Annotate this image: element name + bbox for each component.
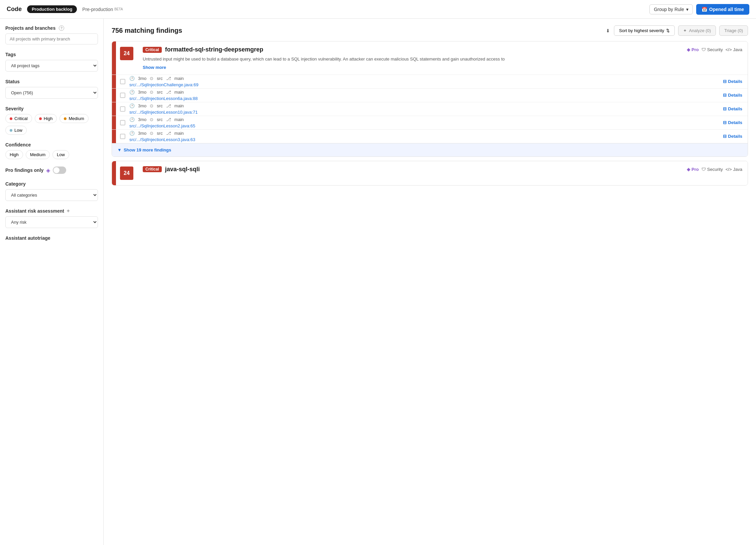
sort-chevron-icon: ⇅ — [666, 28, 670, 33]
finding-checkbox-1-5[interactable] — [120, 134, 125, 139]
branch-icon-1-2: ⎇ — [166, 90, 171, 95]
rule-count-1: 24 — [120, 47, 133, 60]
clock-icon-1-5: 🕐 — [129, 131, 135, 136]
severity-title: Severity — [5, 106, 98, 111]
opened-label: Opened all time — [709, 7, 744, 12]
finding-bar-1-2 — [112, 89, 116, 102]
github-icon-1-5: ⊙ — [150, 131, 153, 136]
shield-icon-2: 🛡 — [702, 167, 706, 172]
analyze-button[interactable]: ✦ Analyze (0) — [678, 25, 716, 36]
status-section: Status Open (756) — [5, 79, 98, 99]
pro-tag-1: ◈ Pro — [687, 47, 699, 52]
java-tag-2: </> Java — [726, 167, 742, 172]
category-select[interactable]: All categories — [5, 189, 98, 201]
rule-name-2[interactable]: java-sql-sqli — [165, 166, 200, 173]
details-icon-1-4: ⊟ — [723, 120, 727, 125]
finding-row-1-3: 🕐 3mo ⊙ src ⎇ main src/.../SqlInjectionL… — [112, 102, 748, 116]
confidence-medium-button[interactable]: Medium — [26, 150, 50, 159]
details-icon-1-3: ⊟ — [723, 106, 727, 111]
clock-icon-1-2: 🕐 — [129, 90, 135, 95]
finding-path-1-3[interactable]: src/.../SqlInjectionLesson10.java:71 — [129, 110, 718, 115]
confidence-title: Confidence — [5, 142, 98, 147]
details-button-1-3[interactable]: ⊟ Details — [718, 103, 748, 115]
assistant-risk-select[interactable]: Any risk — [5, 216, 98, 228]
finding-path-1-1[interactable]: src/.../SqlInjectionChallenge.java:69 — [129, 82, 718, 87]
category-section: Category All categories — [5, 181, 98, 201]
group-by-label: Group by Rule — [654, 7, 684, 12]
severity-bar-2 — [112, 161, 116, 185]
pro-diamond-icon: ◈ — [46, 167, 50, 174]
details-button-1-4[interactable]: ⊟ Details — [718, 117, 748, 128]
projects-section: Projects and branches ? — [5, 25, 98, 44]
rule-group-1-header: 24 Critical formatted-sql-string-deepsem… — [112, 41, 748, 75]
app-logo: Code — [7, 6, 22, 13]
triage-label: Triage (0) — [724, 28, 743, 33]
github-icon-1-1: ⊙ — [150, 76, 153, 81]
details-button-1-5[interactable]: ⊟ Details — [718, 130, 748, 142]
finding-meta-1-3: 🕐 3mo ⊙ src ⎇ main — [129, 103, 718, 108]
finding-checkbox-1-1[interactable] — [120, 79, 125, 84]
severity-critical-button[interactable]: Critical — [5, 114, 32, 123]
confidence-high-button[interactable]: High — [5, 150, 23, 159]
confidence-low-button[interactable]: Low — [52, 150, 69, 159]
finding-checkbox-1-4[interactable] — [120, 120, 125, 125]
group-by-dropdown[interactable]: Group by Rule ▾ — [649, 4, 692, 14]
download-icon[interactable]: ⬇ — [606, 28, 610, 33]
sidebar: Projects and branches ? Tags All project… — [0, 19, 104, 545]
severity-low-button[interactable]: Low — [5, 126, 27, 135]
tags-select[interactable]: All project tags — [5, 60, 98, 72]
rule-count-2: 24 — [120, 167, 133, 180]
medium-dot — [64, 117, 67, 120]
severity-critical-label: Critical — [14, 116, 28, 121]
details-button-1-2[interactable]: ⊟ Details — [718, 89, 748, 101]
finding-path-1-2[interactable]: src/.../SqlInjectionLesson6a.java:88 — [129, 96, 718, 101]
severity-section: Severity Critical High Medium Low — [5, 106, 98, 135]
finding-checkbox-1-3[interactable] — [120, 106, 125, 112]
show-more-findings-link-1[interactable]: ▼ Show 19 more findings — [117, 147, 171, 152]
rule-name-1[interactable]: formatted-sql-string-deepsemgrep — [165, 46, 263, 53]
github-icon-1-4: ⊙ — [150, 117, 153, 122]
category-title: Category — [5, 181, 98, 187]
details-button-1-1[interactable]: ⊟ Details — [718, 76, 748, 87]
sparkles-analyze-icon: ✦ — [683, 28, 687, 33]
branch-icon-1-5: ⎇ — [166, 131, 171, 136]
branch-icon-1-4: ⎇ — [166, 117, 171, 122]
low-dot — [10, 129, 12, 132]
github-icon-1-2: ⊙ — [150, 90, 153, 95]
finding-meta-1-1: 🕐 3mo ⊙ src ⎇ main — [129, 76, 718, 81]
finding-row-1-2: 🕐 3mo ⊙ src ⎇ main src/.../SqlInjectionL… — [112, 88, 748, 102]
projects-input[interactable] — [5, 33, 98, 44]
sort-button[interactable]: Sort by highest severity ⇅ — [614, 25, 675, 36]
production-backlog-badge[interactable]: Production backlog — [27, 5, 77, 13]
pro-findings-toggle[interactable] — [53, 167, 66, 174]
assistant-autotriage-section: Assistant autotriage — [5, 235, 98, 241]
severity-high-button[interactable]: High — [35, 114, 57, 123]
calendar-icon: 📅 — [702, 7, 707, 12]
finding-path-1-5[interactable]: src/.../SqlInjectionLesson3.java:63 — [129, 137, 718, 142]
show-more-link-1[interactable]: Show more — [143, 65, 166, 70]
triage-button[interactable]: Triage (0) — [719, 25, 748, 36]
pro-tag-2: ◈ Pro — [687, 167, 699, 172]
finding-bar-1-1 — [112, 75, 116, 88]
severity-high-label: High — [44, 116, 53, 121]
rule-content-2: Critical java-sql-sqli ◈ Pro 🛡 Security — [137, 161, 748, 180]
finding-path-1-4[interactable]: src/.../SqlInjectionLesson2.java:65 — [129, 123, 718, 128]
info-icon[interactable]: ? — [59, 25, 64, 31]
security-tag-2: 🛡 Security — [702, 167, 723, 172]
finding-checkbox-1-2[interactable] — [120, 93, 125, 98]
code-icon-1: </> — [726, 47, 732, 52]
rule-group-2: 24 Critical java-sql-sqli ◈ Pro — [112, 161, 748, 186]
severity-medium-button[interactable]: Medium — [59, 114, 88, 123]
rule-group-2-header: 24 Critical java-sql-sqli ◈ Pro — [112, 161, 748, 185]
main-header: 756 matching findings ⬇ Sort by highest … — [112, 25, 748, 36]
status-select[interactable]: Open (756) — [5, 87, 98, 99]
details-icon-1-1: ⊟ — [723, 79, 727, 84]
opened-all-time-button[interactable]: 📅 Opened all time — [696, 4, 749, 15]
rule-group-1: 24 Critical formatted-sql-string-deepsem… — [112, 41, 748, 157]
chevron-down-icon: ▾ — [686, 7, 688, 12]
sparkles-icon: ✦ — [66, 208, 70, 214]
severity-buttons: Critical High Medium Low — [5, 114, 98, 135]
details-icon-1-5: ⊟ — [723, 134, 727, 139]
preprod-label[interactable]: Pre-production — [82, 7, 113, 12]
pro-findings-label: Pro findings only — [5, 168, 43, 173]
